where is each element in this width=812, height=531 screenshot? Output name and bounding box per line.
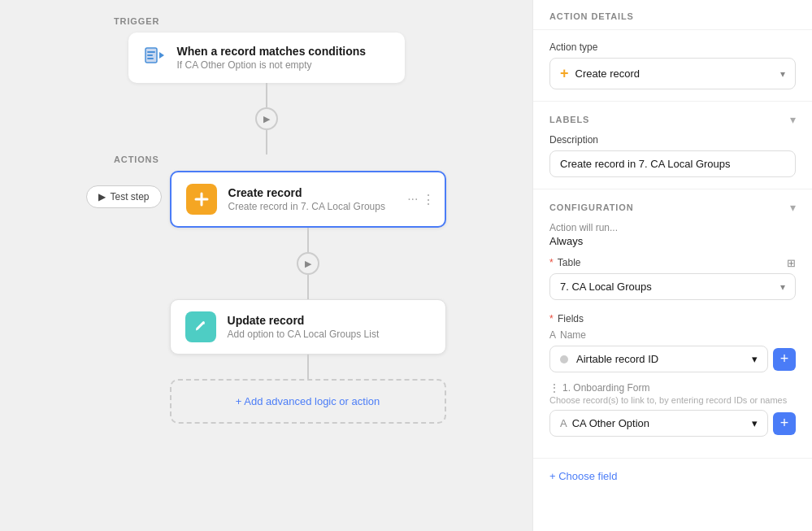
action-type-section: Action type + Create record ▾ — [533, 30, 812, 102]
table-dropdown[interactable]: 7. CA Local Groups ▾ — [549, 273, 796, 300]
svg-rect-1 — [147, 51, 155, 53]
dots-horizontal-icon[interactable]: ··· — [407, 192, 418, 207]
right-panel: ACTION DETAILS Action type + Create reco… — [532, 0, 812, 531]
fields-required-star: * — [549, 313, 554, 324]
update-record-content: Update record Add option to CA Local Gro… — [228, 314, 380, 340]
create-record-icon — [186, 184, 217, 215]
link-field-type-icon: ⋮ — [549, 382, 559, 394]
name-field-row-label: A Name — [549, 329, 796, 341]
action-type-label: Action type — [549, 41, 796, 53]
link-field-input-row: A CA Other Option ▾ + — [549, 410, 796, 437]
configuration-section-header: CONFIGURATION ▾ — [549, 201, 796, 214]
link-field-value: CA Other Option — [572, 417, 649, 429]
action-will-run-row: Action will run... Always — [549, 222, 796, 247]
update-record-icon — [185, 311, 216, 342]
connector-circle-2: ▶ — [297, 252, 319, 275]
create-record-content: Create record Create record in 7. CA Loc… — [228, 186, 385, 212]
connector-circle: ▶ — [255, 107, 278, 130]
dots-vertical-icon[interactable]: ⋮ — [422, 192, 435, 207]
name-field-value: Airtable record ID — [576, 353, 658, 365]
link-field-type-letter: A — [560, 417, 567, 429]
action-card-update-record[interactable]: Update record Add option to CA Local Gro… — [170, 299, 446, 355]
action-will-run-value: Always — [549, 235, 796, 247]
name-field-type-icon: A — [549, 329, 556, 341]
action-type-chevron-icon: ▾ — [780, 68, 785, 80]
trigger-icon — [143, 44, 166, 72]
svg-rect-2 — [147, 54, 153, 56]
add-action-label: + Add advanced logic or action — [236, 395, 380, 407]
connector-between-actions: ▶ — [170, 228, 446, 299]
table-required-label: * Table ⊞ — [549, 257, 796, 268]
update-record-title: Update record — [228, 314, 380, 327]
name-field-dropdown[interactable]: Airtable record ID ▾ — [549, 346, 768, 372]
fields-required-label: * Fields — [549, 313, 796, 324]
name-field-input-row: Airtable record ID ▾ + — [549, 346, 796, 372]
trigger-label: TRIGGER — [114, 16, 159, 26]
choose-field-label: + Choose field — [549, 470, 617, 482]
connector-trigger-actions: ▶ — [128, 83, 405, 155]
create-record-subtitle: Create record in 7. CA Local Groups — [228, 201, 385, 212]
test-step-button[interactable]: ▶ Test step — [86, 185, 161, 208]
table-expand-icon[interactable]: ⊞ — [787, 257, 796, 269]
link-field-add-icon[interactable]: + — [773, 412, 796, 435]
table-row: * Table ⊞ 7. CA Local Groups ▾ — [549, 257, 796, 300]
left-panel: TRIGGER When a record matches conditions… — [0, 0, 532, 531]
actions-stack: Create record Create record in 7. CA Loc… — [170, 171, 446, 424]
table-value: 7. CA Local Groups — [560, 281, 652, 293]
trigger-card[interactable]: When a record matches conditions If CA O… — [128, 33, 405, 83]
labels-section: LABELS ▾ Description Create record in 7.… — [533, 102, 812, 189]
link-field-hint: Choose record(s) to link to, by entering… — [549, 395, 796, 405]
svg-rect-3 — [147, 58, 154, 59]
link-field-row-label: ⋮ 1. Onboarding Form — [549, 382, 796, 394]
trigger-card-title: When a record matches conditions — [177, 45, 367, 58]
name-field-chevron-icon: ▾ — [752, 353, 758, 365]
update-record-subtitle: Add option to CA Local Groups List — [228, 329, 380, 340]
choose-field-button[interactable]: + Choose field — [533, 459, 812, 494]
configuration-section: CONFIGURATION ▾ Action will run... Alway… — [533, 189, 812, 459]
play-icon: ▶ — [98, 191, 106, 202]
labels-section-label: LABELS — [549, 115, 589, 124]
link-field-chevron-icon: ▾ — [752, 417, 758, 429]
fields-section: * Fields A Name Airtable record ID ▾ + — [549, 313, 796, 437]
configuration-section-label: CONFIGURATION — [549, 202, 634, 212]
action-card-menu[interactable]: ··· ⋮ — [407, 192, 434, 207]
add-action-button[interactable]: + Add advanced logic or action — [170, 379, 446, 424]
actions-row: ▶ Test step Create record Create record … — [86, 171, 445, 424]
name-field-dot-icon — [560, 355, 568, 363]
create-record-title: Create record — [228, 186, 385, 199]
link-field-dropdown[interactable]: A CA Other Option ▾ — [549, 410, 768, 437]
table-chevron-icon: ▾ — [780, 281, 785, 293]
connector-after-actions — [170, 355, 446, 379]
actions-label: ACTIONS — [114, 155, 159, 164]
action-card-create-record[interactable]: Create record Create record in 7. CA Loc… — [170, 171, 446, 228]
labels-section-header: LABELS ▾ — [549, 113, 796, 126]
svg-marker-4 — [159, 52, 164, 59]
action-will-run-label: Action will run... — [549, 222, 796, 233]
description-label: Description — [549, 134, 796, 146]
action-type-plus-icon: + — [560, 65, 569, 82]
description-input[interactable]: Create record in 7. CA Local Groups — [549, 150, 796, 177]
panel-title: ACTION DETAILS — [533, 0, 812, 30]
configuration-chevron-icon[interactable]: ▾ — [790, 201, 796, 214]
trigger-card-content: When a record matches conditions If CA O… — [177, 45, 367, 71]
trigger-card-subtitle: If CA Other Option is not empty — [177, 59, 367, 71]
action-type-value: Create record — [575, 67, 640, 80]
action-type-dropdown[interactable]: + Create record ▾ — [549, 58, 796, 89]
required-star: * — [549, 257, 554, 268]
name-field-add-icon[interactable]: + — [773, 348, 796, 371]
labels-chevron-icon[interactable]: ▾ — [790, 113, 796, 126]
